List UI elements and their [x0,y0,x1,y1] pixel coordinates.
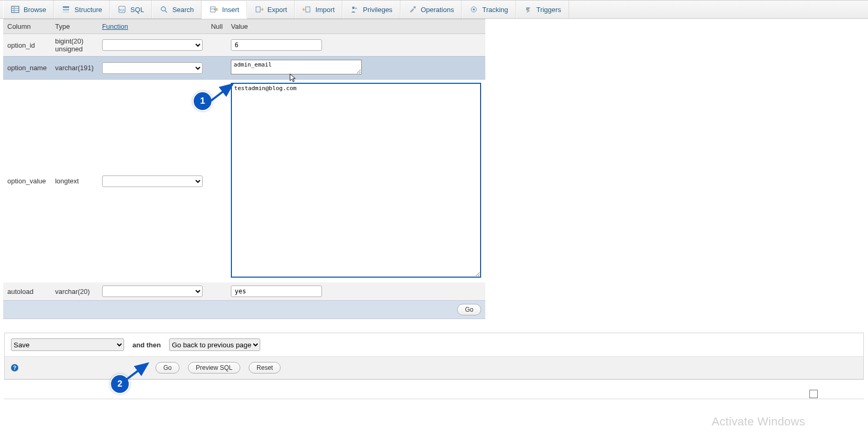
submit-type-select[interactable]: Save [11,338,124,351]
tab-label: SQL [130,6,144,14]
svg-text:SQL: SQL [119,8,126,12]
insert-icon [209,5,218,14]
help-icon[interactable]: ? [11,364,18,371]
value-input-autoload[interactable] [231,286,322,297]
value-textarea-option-value[interactable]: testadmin@blog.com [231,83,481,278]
header-function[interactable]: Function [98,19,207,34]
tab-label: Import [315,6,335,14]
svg-point-9 [161,7,165,11]
operations-icon [408,5,417,14]
svg-line-20 [210,84,232,101]
function-select[interactable] [102,62,203,74]
cell-type: bigint(20) unsigned [51,34,98,57]
cell-column: option_value [3,80,51,283]
import-icon [303,5,311,14]
svg-rect-5 [63,9,69,10]
go-button-inline[interactable]: Go [457,304,481,315]
value-input-option-id[interactable] [231,39,322,51]
structure-icon [62,5,70,14]
table-row: option_id bigint(20) unsigned [3,34,485,57]
tab-label: Insert [222,6,239,14]
function-select[interactable] [102,39,203,51]
cell-column: option_id [3,34,51,57]
header-type: Type [51,19,98,34]
tab-import[interactable]: Import [295,1,342,18]
browse-icon [11,5,19,14]
tracking-icon [470,5,478,14]
tab-sql[interactable]: SQL SQL [110,1,152,18]
svg-rect-4 [63,6,69,8]
tab-label: Export [268,6,287,14]
insert-table: Column Type Function Null Value option_i… [3,19,485,319]
cell-type: varchar(20) [51,282,98,301]
tab-label: Operations [421,6,454,14]
svg-point-16 [355,7,357,9]
tab-insert[interactable]: Insert [202,1,247,19]
privileges-icon [350,5,359,14]
tab-structure[interactable]: Structure [54,1,110,18]
svg-rect-0 [12,6,19,13]
cell-column: option_name [3,57,51,80]
svg-line-21 [127,364,148,379]
arrow-1 [208,81,238,106]
tab-search[interactable]: Search [152,1,202,18]
cell-column: autoload [3,282,51,301]
header-null: Null [207,19,227,34]
tab-tracking[interactable]: Tracking [462,1,516,18]
value-textarea-option-name[interactable]: admin_email [231,60,362,74]
table-row: autoload varchar(20) [3,282,485,301]
triggers-icon [524,5,532,14]
export-icon [255,5,263,14]
sql-icon: SQL [118,5,126,14]
tab-export[interactable]: Export [247,1,295,18]
top-tabs: Browse Structure SQL SQL Search Insert E… [0,0,868,19]
function-select[interactable] [102,175,203,187]
cell-type: varchar(191) [51,57,98,80]
svg-line-10 [165,10,167,13]
search-icon [160,5,168,14]
tab-privileges[interactable]: Privileges [342,1,400,18]
header-column: Column [3,19,51,34]
after-insert-select[interactable]: Go back to previous page [169,338,260,351]
go-row: Go [3,301,485,319]
console-toggle-icon[interactable] [809,390,818,398]
tab-operations[interactable]: Operations [400,1,462,18]
svg-rect-6 [63,12,69,13]
function-select[interactable] [102,286,203,297]
reset-button[interactable]: Reset [249,362,281,374]
tab-label: Browse [24,6,46,14]
table-row: option_name varchar(191) admin_email [3,57,485,80]
svg-rect-14 [306,7,310,12]
header-value: Value [227,19,485,34]
svg-rect-17 [414,6,416,8]
tab-label: Privileges [363,6,392,14]
preview-sql-button[interactable]: Preview SQL [188,362,240,374]
svg-point-19 [473,8,475,10]
tab-label: Triggers [537,6,561,14]
tab-label: Structure [74,6,102,14]
table-row: option_value longtext testadmin@blog.com [3,80,485,283]
svg-point-15 [352,7,355,9]
svg-rect-13 [256,7,260,12]
tab-label: Search [172,6,194,14]
tab-browse[interactable]: Browse [3,1,54,18]
cell-type: longtext [51,80,98,283]
tab-triggers[interactable]: Triggers [516,1,569,18]
go-button[interactable]: Go [155,362,180,374]
and-then-label: and then [132,341,161,349]
arrow-2 [125,360,154,383]
tab-label: Tracking [482,6,508,14]
